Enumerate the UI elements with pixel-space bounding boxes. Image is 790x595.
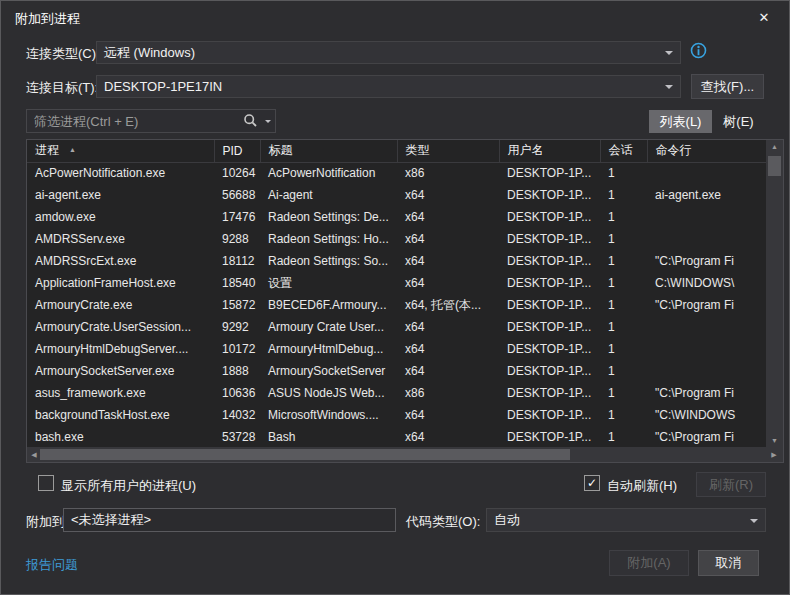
cell-title: Radeon Settings: Ho... bbox=[260, 228, 397, 250]
cancel-button[interactable]: 取消 bbox=[698, 550, 759, 576]
scroll-left-icon[interactable]: ◀ bbox=[27, 447, 41, 462]
cell-type: x64 bbox=[397, 250, 499, 272]
cell-process: amdow.exe bbox=[27, 206, 214, 228]
cell-cmdline: C:\WINDOWS\ bbox=[647, 272, 767, 294]
cell-pid: 10172 bbox=[214, 338, 260, 360]
filter-process-input[interactable] bbox=[27, 110, 237, 132]
column-header-user[interactable]: 用户名 bbox=[499, 140, 600, 162]
connection-target-value: DESKTOP-1PE17IN bbox=[104, 79, 222, 94]
find-button[interactable]: 查找(F)... bbox=[691, 74, 764, 99]
cell-process: ai-agent.exe bbox=[27, 184, 214, 206]
info-icon[interactable] bbox=[690, 42, 707, 59]
view-list-button[interactable]: 列表(L) bbox=[649, 110, 712, 133]
column-header-cmdline[interactable]: 命令行 bbox=[647, 140, 767, 162]
cell-title: ASUS NodeJS Web... bbox=[260, 382, 397, 404]
code-type-combobox[interactable]: 自动 bbox=[486, 508, 766, 532]
table-row[interactable]: AMDRSSrcExt.exe18112Radeon Settings: So.… bbox=[27, 250, 767, 272]
connection-target-combobox[interactable]: DESKTOP-1PE17IN bbox=[96, 75, 681, 98]
cell-session: 1 bbox=[600, 206, 647, 228]
attach-to-field[interactable]: <未选择进程> bbox=[63, 508, 396, 532]
scroll-down-icon[interactable]: ▼ bbox=[766, 434, 783, 448]
attach-button[interactable]: 附加(A) bbox=[609, 550, 689, 576]
cell-session: 1 bbox=[600, 228, 647, 250]
cell-process: ArmouryHtmlDebugServer.... bbox=[27, 338, 214, 360]
column-header-pid[interactable]: PID bbox=[214, 140, 260, 162]
code-type-value: 自动 bbox=[494, 512, 520, 527]
scroll-up-icon[interactable]: ▲ bbox=[766, 140, 783, 154]
table-row[interactable]: bash.exe53728Bashx64DESKTOP-1P...1"C:\Pr… bbox=[27, 426, 767, 448]
connection-type-label: 连接类型(C): bbox=[26, 45, 100, 63]
cell-pid: 18112 bbox=[214, 250, 260, 272]
process-table: 进程▲ PID 标题 类型 用户名 会话 命令行 AcPowerNotifica… bbox=[26, 139, 784, 463]
cell-user: DESKTOP-1P... bbox=[499, 316, 600, 338]
cell-type: x64 bbox=[397, 272, 499, 294]
scroll-right-icon[interactable]: ▶ bbox=[767, 447, 781, 462]
column-header-session[interactable]: 会话 bbox=[600, 140, 647, 162]
connection-type-value: 远程 (Windows) bbox=[104, 45, 195, 60]
auto-refresh-checkbox[interactable] bbox=[584, 475, 600, 491]
table-row[interactable]: backgroundTaskHost.exe14032MicrosoftWind… bbox=[27, 404, 767, 426]
cell-session: 1 bbox=[600, 250, 647, 272]
show-all-users-checkbox[interactable] bbox=[38, 475, 54, 491]
report-problem-link[interactable]: 报告问题 bbox=[26, 556, 78, 574]
cell-type: x86 bbox=[397, 162, 499, 184]
cell-session: 1 bbox=[600, 360, 647, 382]
table-row[interactable]: AMDRSServ.exe9288Radeon Settings: Ho...x… bbox=[27, 228, 767, 250]
connection-target-label: 连接目标(T): bbox=[26, 79, 98, 97]
code-type-label: 代码类型(O): bbox=[406, 513, 480, 531]
cell-process: ArmourySocketServer.exe bbox=[27, 360, 214, 382]
cell-process: AMDRSSrcExt.exe bbox=[27, 250, 214, 272]
cell-cmdline bbox=[647, 316, 767, 338]
column-header-title[interactable]: 标题 bbox=[260, 140, 397, 162]
cell-user: DESKTOP-1P... bbox=[499, 206, 600, 228]
close-icon[interactable]: ✕ bbox=[753, 8, 775, 28]
cell-cmdline bbox=[647, 206, 767, 228]
cell-pid: 15872 bbox=[214, 294, 260, 316]
cell-process: AcPowerNotification.exe bbox=[27, 162, 214, 184]
column-header-type[interactable]: 类型 bbox=[397, 140, 499, 162]
table-row[interactable]: AcPowerNotification.exe10264AcPowerNotif… bbox=[27, 162, 767, 184]
table-row[interactable]: ai-agent.exe56688Ai-agentx64DESKTOP-1P..… bbox=[27, 184, 767, 206]
cell-user: DESKTOP-1P... bbox=[499, 228, 600, 250]
table-row[interactable]: asus_framework.exe10636ASUS NodeJS Web..… bbox=[27, 382, 767, 404]
search-icon[interactable] bbox=[243, 113, 271, 129]
table-row[interactable]: ArmouryHtmlDebugServer....10172ArmouryHt… bbox=[27, 338, 767, 360]
vertical-scrollbar[interactable]: ▲ ▼ bbox=[766, 140, 783, 448]
cell-cmdline: "C:\Program Fi bbox=[647, 250, 767, 272]
cell-pid: 9292 bbox=[214, 316, 260, 338]
horizontal-scrollbar[interactable]: ◀ ▶ bbox=[27, 447, 783, 462]
cell-type: x64 bbox=[397, 184, 499, 206]
table-header-row: 进程▲ PID 标题 类型 用户名 会话 命令行 bbox=[27, 140, 767, 162]
sort-ascending-icon: ▲ bbox=[69, 146, 76, 153]
cell-title: Radeon Settings: So... bbox=[260, 250, 397, 272]
cell-user: DESKTOP-1P... bbox=[499, 360, 600, 382]
view-tree-button[interactable]: 树(E) bbox=[714, 110, 763, 133]
cell-user: DESKTOP-1P... bbox=[499, 426, 600, 448]
cell-session: 1 bbox=[600, 382, 647, 404]
cell-pid: 1888 bbox=[214, 360, 260, 382]
horizontal-scrollbar-thumb[interactable] bbox=[40, 449, 570, 460]
cell-process: bash.exe bbox=[27, 426, 214, 448]
cell-cmdline: "C:\Program Fi bbox=[647, 294, 767, 316]
cell-user: DESKTOP-1P... bbox=[499, 250, 600, 272]
cell-user: DESKTOP-1P... bbox=[499, 338, 600, 360]
vertical-scrollbar-thumb[interactable] bbox=[768, 156, 781, 176]
table-row[interactable]: ArmouryCrate.exe15872B9ECED6F.Armoury...… bbox=[27, 294, 767, 316]
table-row[interactable]: ArmouryCrate.UserSession...9292Armoury C… bbox=[27, 316, 767, 338]
cell-cmdline bbox=[647, 228, 767, 250]
cell-process: ArmouryCrate.exe bbox=[27, 294, 214, 316]
connection-type-combobox[interactable]: 远程 (Windows) bbox=[96, 41, 681, 64]
column-header-process[interactable]: 进程▲ bbox=[27, 140, 214, 162]
cell-pid: 17476 bbox=[214, 206, 260, 228]
table-row[interactable]: ArmourySocketServer.exe1888ArmourySocket… bbox=[27, 360, 767, 382]
cell-user: DESKTOP-1P... bbox=[499, 382, 600, 404]
table-row[interactable]: ApplicationFrameHost.exe18540设置x64DESKTO… bbox=[27, 272, 767, 294]
cell-session: 1 bbox=[600, 316, 647, 338]
cell-session: 1 bbox=[600, 272, 647, 294]
refresh-button[interactable]: 刷新(R) bbox=[696, 472, 766, 497]
cell-title: Radeon Settings: De... bbox=[260, 206, 397, 228]
cell-title: MicrosoftWindows.... bbox=[260, 404, 397, 426]
cell-type: x64 bbox=[397, 316, 499, 338]
table-row[interactable]: amdow.exe17476Radeon Settings: De...x64D… bbox=[27, 206, 767, 228]
cell-session: 1 bbox=[600, 162, 647, 184]
